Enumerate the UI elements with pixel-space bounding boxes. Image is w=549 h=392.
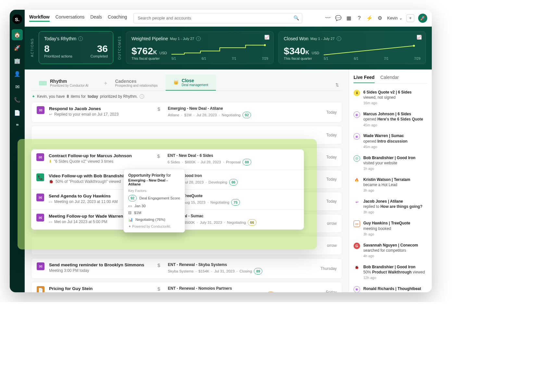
mail-icon: ✉ bbox=[36, 214, 44, 221]
task-card[interactable]: 📄 Pricing for Guy Stein You created $ EN… bbox=[31, 282, 342, 292]
nav-tabs: Workflow Conversations Deals Coaching bbox=[29, 14, 127, 22]
pipeline-sub: This fiscal quarter bbox=[131, 57, 167, 60]
feed-time: 16m ago bbox=[363, 101, 412, 106]
closed-currency: USD bbox=[312, 51, 319, 55]
app-logo[interactable]: S. bbox=[12, 14, 22, 24]
document-icon: 📄 bbox=[37, 286, 44, 292]
nav-tab-workflow[interactable]: Workflow bbox=[29, 14, 50, 22]
feed-head: Wade Warren | Sumac bbox=[363, 133, 407, 138]
search-icon[interactable]: 🔍 bbox=[293, 15, 299, 20]
header-icons: 〰 💬 ▦ ? ⚡ ⚙ Kevin ⌄ + 🚀 bbox=[325, 14, 427, 23]
nav-tab-coaching[interactable]: Coaching bbox=[108, 14, 127, 22]
help-icon[interactable]: ? bbox=[356, 15, 362, 21]
feed-head: 6 Sides Quote v2 | 6 Sides bbox=[363, 90, 412, 95]
seg-settings-icon[interactable]: ⇅ bbox=[332, 79, 342, 91]
hero-card-rhythm[interactable]: Today's Rhythm i 8 Prioritized actions 3… bbox=[39, 31, 113, 64]
task-title: Pricing for Guy Stein bbox=[49, 286, 153, 291]
feed-item[interactable]: ↩ Jacob Jones | Atilane replied to How a… bbox=[354, 196, 427, 218]
feed-body: 50% Product Walkthrough viewed bbox=[363, 270, 425, 275]
google-icon: G bbox=[354, 243, 360, 249]
feed-item[interactable]: ▭ Guy Hawkins | TreeQuote meeting booked… bbox=[354, 218, 427, 239]
info-icon[interactable]: i bbox=[78, 36, 83, 41]
mail-icon: ✉ bbox=[37, 262, 44, 270]
side-person-icon[interactable]: 👤 bbox=[12, 68, 23, 79]
right-tabs: Live Feed Calendar bbox=[354, 75, 427, 83]
task-card[interactable]: ✉ Respond to Jacob Jones ↩Replied to you… bbox=[31, 102, 342, 122]
eye-icon: ◉ bbox=[354, 286, 360, 292]
seg-tab-cadences[interactable]: ✈ Cadences Prospecting and relationships bbox=[96, 75, 165, 91]
task-sub: Meeting 3:00 PM today bbox=[49, 268, 153, 273]
add-button[interactable]: + bbox=[406, 14, 414, 22]
closed-ticks: 5/16/17/17/29 bbox=[324, 57, 420, 60]
fire-icon: 🔥 bbox=[354, 177, 360, 183]
feed-time: 45m ago bbox=[363, 145, 407, 149]
rhythm-completed-label: Completed bbox=[91, 54, 108, 58]
chat-icon[interactable]: 💬 bbox=[335, 15, 342, 21]
feed-item[interactable]: G Savannah Nguyen | Conecom searched for… bbox=[354, 240, 427, 261]
dollar-icon: $ bbox=[157, 153, 163, 159]
tab-live-feed[interactable]: Live Feed bbox=[354, 75, 375, 83]
feed-time: 1h ago bbox=[363, 166, 416, 171]
tab-calendar[interactable]: Calendar bbox=[381, 75, 399, 83]
task-title: Respond to Jacob Jones bbox=[49, 106, 153, 111]
user-menu[interactable]: Kevin ⌄ bbox=[387, 16, 403, 20]
closed-title: Closed Won bbox=[284, 36, 308, 41]
info-icon[interactable]: i bbox=[140, 94, 144, 99]
popover-amount: $1M bbox=[134, 211, 141, 215]
chart-icon: 📈 bbox=[264, 35, 269, 40]
side-quote-icon[interactable]: ❝ bbox=[12, 120, 23, 131]
download-icon: ⬇ bbox=[354, 90, 360, 96]
search-input[interactable] bbox=[133, 13, 302, 23]
mail-icon: ✉ bbox=[36, 194, 44, 201]
chart-icon: 📈 bbox=[417, 35, 422, 40]
popover-stage: Negotiating (76%) bbox=[135, 218, 165, 221]
seg-tab-rhythm[interactable]: Rhythm Prioritized by Conductor AI bbox=[31, 75, 96, 91]
feed-item[interactable]: ◉ Marcus Johnson | 6 Sides opened Here's… bbox=[354, 108, 427, 130]
side-home-icon[interactable]: 🏠 bbox=[12, 29, 23, 40]
sparkle-icon: ✦ bbox=[32, 94, 35, 99]
app-frame: S. 🏠 🚀 🏢 👤 ✉ 📞 📄 ❝ Workflow Conversation… bbox=[10, 10, 432, 292]
sparkle-icon: ✦ bbox=[128, 224, 131, 228]
activity-icon[interactable]: 〰 bbox=[325, 15, 331, 21]
score-pill: 75 bbox=[231, 199, 240, 206]
target-icon: ◎ bbox=[354, 155, 360, 162]
task-card[interactable]: ✉ Contract Follow-up for Marcus Johnson … bbox=[31, 149, 304, 170]
side-phone-icon[interactable]: 📞 bbox=[12, 94, 23, 105]
info-icon[interactable]: i bbox=[196, 36, 201, 41]
hero-card-closed[interactable]: 📈 Closed Won May 1 - July 27 i $340K USD… bbox=[278, 31, 426, 64]
closed-sub: This fiscal quarter bbox=[284, 57, 319, 60]
side-document-icon[interactable]: 📄 bbox=[12, 107, 23, 118]
side-mail-icon[interactable]: ✉ bbox=[12, 81, 23, 92]
info-icon[interactable]: i bbox=[337, 36, 341, 41]
side-rocket-icon[interactable]: 🚀 bbox=[12, 42, 23, 53]
actions-label: ACTIONS bbox=[31, 38, 34, 57]
right-panel: Live Feed Calendar ⬇ 6 Sides Quote v2 | … bbox=[349, 70, 432, 292]
apps-grid-icon[interactable]: ▦ bbox=[345, 15, 352, 21]
nav-tab-deals[interactable]: Deals bbox=[90, 14, 102, 22]
feed-item[interactable]: 🐞 Bob Brandishier | Good Iron 50% Produc… bbox=[354, 261, 427, 283]
feed-item[interactable]: ◉ Wade Warren | Sumac opened Intro discu… bbox=[354, 130, 427, 152]
seg-tab-close[interactable]: 👑 Close Deal management bbox=[166, 75, 216, 91]
settings-gear-icon[interactable]: ⚙ bbox=[377, 15, 383, 21]
feed-item[interactable]: ◎ Bob Brandishier | Good Iron visited yo… bbox=[354, 152, 427, 174]
feed-item[interactable]: 🔥 Kristin Watson | Terratam became a Hot… bbox=[354, 174, 427, 196]
deal-name: ENT - Renewal - Nomoios Partners bbox=[168, 286, 312, 291]
hero-card-pipeline[interactable]: 📈 Weighted Pipeline May 1 - July 27 i $7… bbox=[126, 31, 274, 64]
side-building-icon[interactable]: 🏢 bbox=[12, 55, 23, 66]
deal-name: Emerging - New Deal - Atilane bbox=[168, 106, 312, 111]
eye-icon: ◉ bbox=[354, 111, 360, 118]
bolt-icon[interactable]: ⚡ bbox=[366, 15, 373, 21]
avatar[interactable]: 🚀 bbox=[418, 14, 427, 23]
nav-tab-conversations[interactable]: Conversations bbox=[56, 14, 85, 22]
feed-item[interactable]: ⬇ 6 Sides Quote v2 | 6 Sides viewed, not… bbox=[354, 87, 427, 108]
closed-sparkline bbox=[324, 43, 420, 56]
task-when: Friday bbox=[317, 290, 337, 293]
task-card[interactable]: ✉ Send meeting reminder to Brooklyn Simm… bbox=[31, 258, 342, 279]
phone-icon: 📞 bbox=[36, 173, 44, 181]
task-list-bottom: ✉ Send meeting reminder to Brooklyn Simm… bbox=[31, 258, 342, 292]
popover-footer: Powered by ConductorAI. bbox=[132, 224, 171, 228]
closed-value: $340 bbox=[284, 45, 306, 56]
bug-icon: 🐞 bbox=[49, 179, 54, 184]
feed-item[interactable]: ◉ Ronald Richards | Thoughtbeat opened R… bbox=[354, 283, 427, 292]
feed-head: Bob Brandishier | Good Iron bbox=[363, 155, 416, 160]
